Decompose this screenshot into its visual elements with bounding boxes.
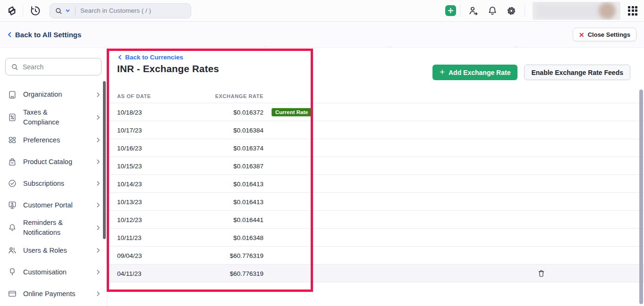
doodle-card-icon (510, 45, 525, 48)
sidebar-item-users-roles[interactable]: Users & Roles (0, 240, 107, 261)
chevron-right-icon (95, 248, 101, 253)
doodle-card-icon (384, 45, 398, 48)
sidebar-item-online-payments[interactable]: Online Payments (0, 283, 107, 305)
chevron-right-icon (95, 181, 101, 186)
exchange-rate-cell: $0.016387 (107, 162, 263, 169)
sidebar-item-label: Preferences (23, 135, 60, 145)
sidebar-item-label: Users & Roles (23, 246, 67, 256)
table-row[interactable]: 10/12/23 $0.016441 (107, 211, 644, 229)
exchange-rate-cell: $60.776319 (107, 270, 263, 277)
enable-exchange-rate-feeds-button[interactable]: Enable Exchange Rate Feeds (524, 65, 630, 80)
chevron-right-icon (95, 225, 101, 231)
back-to-currencies-link[interactable]: Back to Currencies (117, 54, 183, 61)
chevron-left-icon (7, 31, 13, 38)
avatar[interactable] (599, 2, 616, 19)
divider (23, 5, 23, 17)
current-rate-badge: Current Rate (271, 108, 312, 116)
exchange-rate-cell: $0.016441 (107, 216, 263, 223)
table-row[interactable]: 10/15/23 $0.016387 (107, 157, 644, 175)
table-row[interactable]: 09/04/23 $60.776319 (107, 247, 644, 265)
page-title: INR - Exchange Rates (117, 63, 219, 74)
table-body: 10/18/23 $0.016372 Current Rate 10/17/23… (107, 103, 644, 282)
settings-gear-icon[interactable] (506, 5, 517, 17)
divider (525, 5, 525, 17)
quick-create-button[interactable] (445, 5, 456, 16)
sidebar-item-customisation[interactable]: Customisation (0, 261, 107, 283)
chevron-left-icon (117, 54, 123, 60)
table-row[interactable]: 10/14/23 $0.016413 (107, 175, 644, 193)
customer-portal-icon (8, 200, 17, 210)
sidebar-item-label: Reminders & Notifications (23, 218, 85, 238)
sidebar-item-label: Subscriptions (23, 179, 64, 189)
back-to-all-settings-link[interactable]: Back to All Settings (7, 31, 81, 39)
exchange-rate-cell: $0.016384 (107, 126, 263, 133)
top-bar (0, 0, 644, 22)
search-icon (55, 7, 62, 15)
doodle-person-icon (201, 47, 213, 48)
topbar-right-cluster (445, 2, 639, 20)
reminders-notifications-icon (8, 223, 17, 232)
sidebar-item-customer-portal[interactable]: Customer Portal (0, 194, 107, 216)
exchange-rates-panel: Back to Currencies INR - Exchange Rates … (107, 48, 644, 306)
sidebar-item-label: Online Payments (23, 289, 75, 299)
sidebar-search-input[interactable] (23, 63, 96, 71)
taxes-compliance-icon (8, 113, 17, 122)
table-row[interactable]: 10/18/23 $0.016372 Current Rate (107, 103, 644, 121)
sidebar-item-taxes-compliance[interactable]: Taxes & Compliance (0, 106, 107, 129)
header-actions: + Add Exchange Rate Enable Exchange Rate… (432, 65, 630, 80)
global-search-input[interactable] (80, 7, 186, 14)
sidebar-item-label: Customer Portal (23, 200, 73, 210)
organization-icon (8, 90, 17, 99)
back-to-all-settings-label: Back to All Settings (15, 31, 81, 39)
exchange-rate-cell: $0.016413 (107, 198, 263, 205)
product-catalog-icon (8, 157, 17, 166)
refer-user-icon[interactable] (468, 5, 479, 17)
preferences-icon (8, 135, 17, 145)
table-row[interactable]: 10/13/23 $0.016413 (107, 193, 644, 211)
sidebar-item-subscriptions[interactable]: Subscriptions (0, 173, 107, 194)
search-icon (11, 63, 18, 71)
divider (460, 5, 460, 17)
exchange-rates-table: AS OF DATE EXCHANGE RATE 10/18/23 $0.016… (107, 90, 644, 282)
close-icon: ✕ (579, 31, 585, 38)
table-row[interactable]: 10/16/23 $0.016374 (107, 139, 644, 157)
content-area: Organization Taxes & Compliance Preferen… (0, 48, 644, 306)
close-settings-label: Close Settings (588, 31, 630, 38)
sidebar-item-reminders-notifications[interactable]: Reminders & Notifications (0, 216, 107, 240)
settings-sidebar: Organization Taxes & Compliance Preferen… (0, 48, 107, 306)
sidebar-item-label: Taxes & Compliance (23, 108, 85, 127)
notifications-bell-icon[interactable] (487, 5, 498, 17)
exchange-rate-cell: $0.016348 (107, 234, 263, 241)
table-row[interactable]: 04/11/23 $60.776319 (107, 265, 644, 282)
chevron-right-icon (95, 137, 101, 143)
sidebar-item-product-catalog[interactable]: Product Catalog (0, 151, 107, 173)
online-payments-icon (8, 289, 17, 298)
chevron-right-icon (95, 115, 101, 120)
main-scrollbar[interactable] (639, 90, 643, 304)
column-header-exchange-rate: EXCHANGE RATE (107, 93, 263, 99)
global-search (50, 3, 191, 18)
divider (75, 7, 76, 15)
sidebar-search (5, 58, 102, 75)
sidebar-scrollbar[interactable] (103, 81, 106, 239)
app-logo-icon[interactable] (5, 4, 19, 18)
sidebar-item-label: Product Catalog (23, 157, 72, 167)
settings-header-band: Back to All Settings ✕ Close Settings (0, 22, 644, 48)
sidebar-item-organization[interactable]: Organization (0, 84, 107, 106)
table-row[interactable]: 10/11/23 $0.016348 (107, 229, 644, 247)
add-exchange-rate-button[interactable]: + Add Exchange Rate (432, 65, 518, 80)
close-settings-button[interactable]: ✕ Close Settings (573, 28, 636, 41)
sidebar-item-preferences[interactable]: Preferences (0, 129, 107, 151)
chevron-right-icon (95, 159, 101, 165)
apps-grid-icon[interactable] (628, 6, 637, 16)
sidebar-nav: Organization Taxes & Compliance Preferen… (0, 84, 107, 305)
sidebar-item-label: Customisation (23, 267, 67, 277)
recent-history-icon[interactable] (30, 5, 41, 17)
chevron-right-icon (95, 92, 101, 98)
back-to-currencies-label: Back to Currencies (125, 54, 183, 61)
table-row[interactable]: 10/17/23 $0.016384 (107, 121, 644, 139)
doodle-card-icon (259, 45, 273, 48)
delete-icon[interactable] (537, 269, 545, 278)
chevron-down-icon[interactable] (65, 8, 70, 13)
exchange-rate-cell: $0.016413 (107, 180, 263, 187)
